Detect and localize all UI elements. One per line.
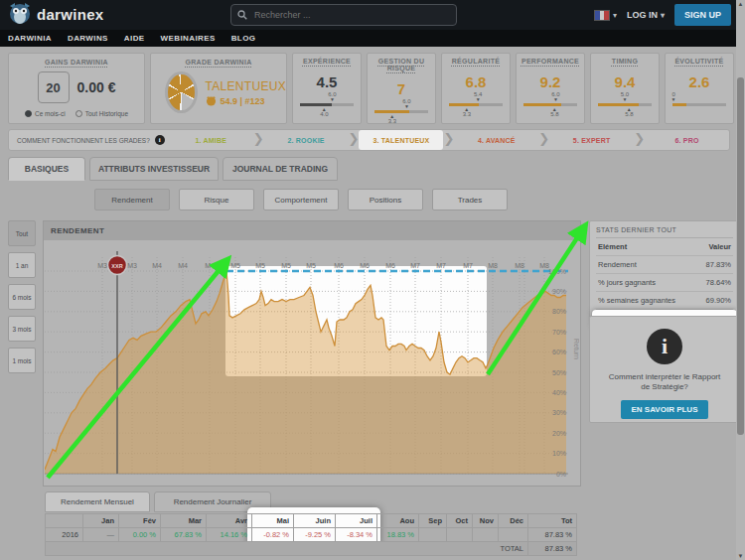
learn-more-button[interactable]: EN SAVOIR PLUS	[621, 400, 709, 419]
y-tick-label: 10%	[552, 450, 566, 457]
grade-title: GRADE DARWINIA	[151, 59, 286, 66]
login-button[interactable]: LOG IN ▾	[627, 10, 665, 20]
y-tick-label: 20%	[552, 430, 566, 437]
subtab-positions[interactable]: Positions	[348, 189, 423, 210]
bottom-tab-mensuel[interactable]: Rendement Mensuel	[45, 491, 150, 512]
nav-item-darwins[interactable]: DARWINS	[68, 34, 108, 43]
y-tick-label: 80%	[552, 308, 566, 315]
total-label-cell: TOTAL	[46, 542, 528, 556]
stat-label: % jours gagnants	[598, 278, 656, 287]
gauge-bottom-value: 3.3	[388, 118, 396, 124]
y-tick-label: 100%	[548, 268, 566, 275]
gauge-bar	[672, 103, 726, 106]
gauge-top-marker-icon: ▼	[330, 97, 335, 101]
time-filter-6-mois[interactable]: 6 mois	[8, 284, 36, 310]
metric-gauge: 5.0▼▲5.8	[598, 91, 652, 117]
info-icon[interactable]: i	[155, 135, 165, 145]
tab-basiques[interactable]: BASIQUES	[8, 157, 85, 181]
brand-logo[interactable]: darwinex	[8, 3, 103, 25]
grade-step-5[interactable]: 5. EXPERT	[549, 130, 634, 150]
table-header-cell: Déc	[499, 514, 528, 528]
search-input[interactable]	[252, 9, 425, 21]
grade-step-4[interactable]: 4. AVANCÉ	[454, 130, 538, 150]
table-header-cell: Juin	[294, 514, 336, 528]
event-badge-label: XXR	[111, 263, 122, 269]
chart-header: RENDEMENT	[44, 221, 580, 240]
subtab-rendement[interactable]: Rendement	[94, 189, 170, 210]
y-tick-label: 30%	[552, 409, 566, 416]
month-value-cell	[499, 528, 528, 542]
y-axis-title: Return	[573, 339, 579, 359]
grade-darwinia-box: GRADE DARWINIA TALENTUEUX 54.9 | #123	[150, 53, 287, 124]
tab-journal-de-trading[interactable]: JOURNAL DE TRADING	[223, 157, 338, 181]
nav-item-blog[interactable]: BLOG	[231, 34, 256, 43]
gauge-bar	[523, 103, 577, 106]
time-filter-Tout[interactable]: Tout	[8, 220, 36, 246]
metric-gauge: 6.0▼▲4.0	[300, 91, 354, 117]
x-tick-label: M5	[281, 262, 291, 269]
scroll-down-icon[interactable]: ▼	[736, 553, 745, 559]
stat-label: Rendement	[598, 260, 637, 269]
language-selector[interactable]: ▾	[594, 10, 617, 21]
table-header-cell: Fév	[119, 514, 161, 528]
total-value-cell: 87.83 %	[528, 542, 577, 556]
tab-attributs-investisseur[interactable]: ATTRIBUTS INVESTISSEUR	[89, 157, 219, 181]
nav-item-aide[interactable]: AIDE	[124, 34, 145, 43]
subtab-comportement[interactable]: Comportement	[263, 189, 339, 210]
time-filter-1-an[interactable]: 1 an	[8, 252, 36, 278]
grade-step-2[interactable]: 2. ROOKIE	[264, 130, 349, 150]
grade-step-1[interactable]: 1. AMIBE	[169, 130, 253, 150]
gauge-bar	[374, 110, 428, 113]
table-header-cell: Mai	[252, 514, 294, 528]
time-filter-3-mois[interactable]: 3 mois	[8, 316, 36, 342]
search-box[interactable]	[230, 4, 457, 26]
metric-box-1: EXPÉRIENCE4.56.0▼▲4.0	[292, 53, 362, 124]
metric-value: 9.2	[517, 73, 584, 90]
x-tick-label: M4	[205, 262, 215, 269]
gauge-bottom-value: 5.8	[625, 111, 633, 117]
metric-label: TIMING	[591, 58, 659, 65]
gauge-top-marker-icon: ▼	[553, 97, 558, 101]
signup-button[interactable]: SIGN UP	[674, 4, 731, 26]
grade-step-6[interactable]: 6. PRO	[645, 130, 729, 150]
subtab-risque[interactable]: Risque	[179, 189, 254, 210]
metric-box-2: GESTION DU RISQUE76.0▼▲3.3	[367, 53, 436, 124]
gauge-top-marker-icon: ▼	[476, 97, 481, 101]
metric-box-6: ÉVOLUTIVITÉ2.60▼	[665, 53, 734, 124]
month-value-cell: -8.34 %	[336, 528, 377, 542]
help-text: Comment interpréter le Rapport de Straté…	[590, 372, 739, 393]
table-header-cell	[46, 514, 83, 528]
x-tick-label: M6	[385, 262, 395, 269]
time-filter-1-mois[interactable]: 1 mois	[8, 348, 36, 373]
stat-label: % semaines gagnantes	[598, 296, 675, 305]
table-header-cell: Jan	[83, 514, 119, 528]
subtab-trades[interactable]: Trades	[432, 189, 508, 210]
x-tick-label: M5	[255, 262, 265, 269]
x-tick-label: M5	[230, 262, 240, 269]
chevron-down-icon: ▾	[661, 11, 665, 20]
gauge-bar-fill	[598, 103, 639, 106]
grade-score: 54.9 | #123	[206, 96, 286, 106]
month-value-cell: -0.82 %	[252, 528, 294, 542]
scroll-up-icon[interactable]: ▲	[736, 1, 745, 7]
table-header-cell: Aou	[377, 514, 419, 528]
month-value-cell	[447, 528, 473, 542]
grade-step-3[interactable]: 3. TALENTUEUX	[359, 130, 443, 150]
chevron-right-icon: ❯	[538, 134, 549, 144]
month-value-cell: 67.83 %	[161, 528, 207, 542]
radio-this-month[interactable]: Ce mois-ci	[25, 110, 66, 117]
scrollbar[interactable]: ▲ ▼	[736, 0, 745, 560]
nav-item-darwinia[interactable]: DARWINIA	[8, 34, 52, 43]
metric-gauge: 0▼	[672, 91, 726, 117]
gauge-bottom-value: 3.3	[463, 111, 471, 117]
metric-value: 9.4	[591, 73, 659, 90]
search-icon	[237, 10, 247, 20]
metric-box-4: PERFORMANCE9.26.0▼▲5.8	[516, 53, 585, 124]
table-row: 2016—0.00 %67.83 %14.16 %-0.82 %-9.25 %-…	[46, 528, 577, 542]
x-tick-label: M4	[152, 262, 162, 269]
y-tick-label: 60%	[552, 349, 566, 355]
nav-item-webinaires[interactable]: WEBINAIRES	[161, 34, 216, 43]
gauge-bar-fill	[672, 103, 686, 106]
scrollbar-thumb[interactable]	[737, 77, 744, 435]
radio-all-history[interactable]: Tout Historique	[75, 110, 128, 117]
